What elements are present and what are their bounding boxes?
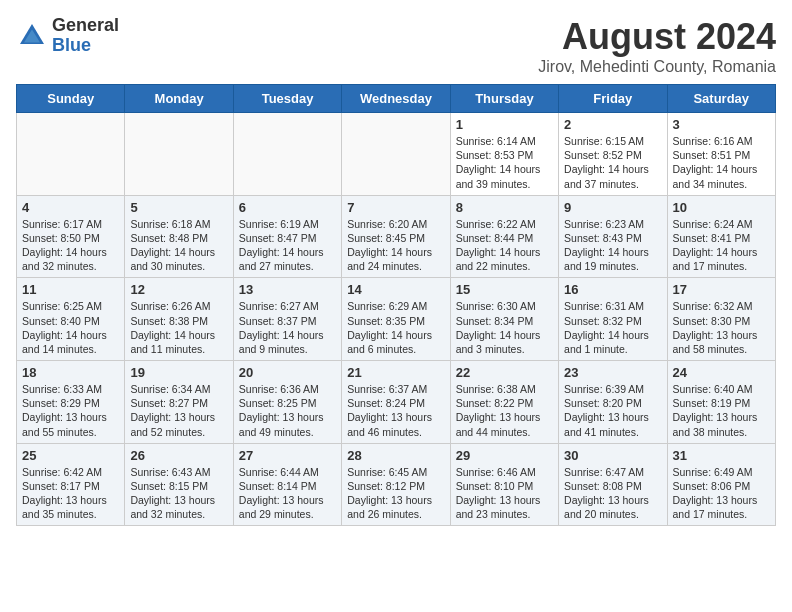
- weekday-header-thursday: Thursday: [450, 85, 558, 113]
- day-number: 17: [673, 282, 770, 297]
- calendar-cell: 23Sunrise: 6:39 AM Sunset: 8:20 PM Dayli…: [559, 361, 667, 444]
- day-info: Sunrise: 6:42 AM Sunset: 8:17 PM Dayligh…: [22, 465, 119, 522]
- day-number: 25: [22, 448, 119, 463]
- day-number: 7: [347, 200, 444, 215]
- day-info: Sunrise: 6:32 AM Sunset: 8:30 PM Dayligh…: [673, 299, 770, 356]
- day-info: Sunrise: 6:23 AM Sunset: 8:43 PM Dayligh…: [564, 217, 661, 274]
- day-number: 21: [347, 365, 444, 380]
- day-info: Sunrise: 6:39 AM Sunset: 8:20 PM Dayligh…: [564, 382, 661, 439]
- calendar-cell: 30Sunrise: 6:47 AM Sunset: 8:08 PM Dayli…: [559, 443, 667, 526]
- day-info: Sunrise: 6:46 AM Sunset: 8:10 PM Dayligh…: [456, 465, 553, 522]
- day-info: Sunrise: 6:16 AM Sunset: 8:51 PM Dayligh…: [673, 134, 770, 191]
- calendar-cell: 24Sunrise: 6:40 AM Sunset: 8:19 PM Dayli…: [667, 361, 775, 444]
- calendar-cell: [233, 113, 341, 196]
- logo-blue: Blue: [52, 36, 119, 56]
- day-number: 22: [456, 365, 553, 380]
- calendar-cell: 12Sunrise: 6:26 AM Sunset: 8:38 PM Dayli…: [125, 278, 233, 361]
- calendar-cell: 28Sunrise: 6:45 AM Sunset: 8:12 PM Dayli…: [342, 443, 450, 526]
- day-info: Sunrise: 6:30 AM Sunset: 8:34 PM Dayligh…: [456, 299, 553, 356]
- day-info: Sunrise: 6:18 AM Sunset: 8:48 PM Dayligh…: [130, 217, 227, 274]
- calendar-cell: 13Sunrise: 6:27 AM Sunset: 8:37 PM Dayli…: [233, 278, 341, 361]
- calendar-cell: 25Sunrise: 6:42 AM Sunset: 8:17 PM Dayli…: [17, 443, 125, 526]
- calendar-cell: 26Sunrise: 6:43 AM Sunset: 8:15 PM Dayli…: [125, 443, 233, 526]
- day-info: Sunrise: 6:37 AM Sunset: 8:24 PM Dayligh…: [347, 382, 444, 439]
- weekday-header-row: SundayMondayTuesdayWednesdayThursdayFrid…: [17, 85, 776, 113]
- calendar-week-row: 4Sunrise: 6:17 AM Sunset: 8:50 PM Daylig…: [17, 195, 776, 278]
- calendar-cell: 22Sunrise: 6:38 AM Sunset: 8:22 PM Dayli…: [450, 361, 558, 444]
- title-area: August 2024 Jirov, Mehedinti County, Rom…: [538, 16, 776, 76]
- calendar-cell: 2Sunrise: 6:15 AM Sunset: 8:52 PM Daylig…: [559, 113, 667, 196]
- day-number: 24: [673, 365, 770, 380]
- calendar-cell: 17Sunrise: 6:32 AM Sunset: 8:30 PM Dayli…: [667, 278, 775, 361]
- day-info: Sunrise: 6:44 AM Sunset: 8:14 PM Dayligh…: [239, 465, 336, 522]
- day-info: Sunrise: 6:20 AM Sunset: 8:45 PM Dayligh…: [347, 217, 444, 274]
- calendar-cell: 29Sunrise: 6:46 AM Sunset: 8:10 PM Dayli…: [450, 443, 558, 526]
- logo: General Blue: [16, 16, 119, 56]
- calendar-cell: 20Sunrise: 6:36 AM Sunset: 8:25 PM Dayli…: [233, 361, 341, 444]
- calendar-cell: 15Sunrise: 6:30 AM Sunset: 8:34 PM Dayli…: [450, 278, 558, 361]
- day-info: Sunrise: 6:24 AM Sunset: 8:41 PM Dayligh…: [673, 217, 770, 274]
- day-number: 3: [673, 117, 770, 132]
- day-info: Sunrise: 6:17 AM Sunset: 8:50 PM Dayligh…: [22, 217, 119, 274]
- weekday-header-saturday: Saturday: [667, 85, 775, 113]
- day-number: 20: [239, 365, 336, 380]
- day-number: 4: [22, 200, 119, 215]
- calendar-cell: 21Sunrise: 6:37 AM Sunset: 8:24 PM Dayli…: [342, 361, 450, 444]
- day-info: Sunrise: 6:29 AM Sunset: 8:35 PM Dayligh…: [347, 299, 444, 356]
- day-info: Sunrise: 6:22 AM Sunset: 8:44 PM Dayligh…: [456, 217, 553, 274]
- day-number: 30: [564, 448, 661, 463]
- weekday-header-tuesday: Tuesday: [233, 85, 341, 113]
- calendar-week-row: 18Sunrise: 6:33 AM Sunset: 8:29 PM Dayli…: [17, 361, 776, 444]
- page-title: August 2024: [538, 16, 776, 58]
- day-number: 9: [564, 200, 661, 215]
- weekday-header-sunday: Sunday: [17, 85, 125, 113]
- day-number: 13: [239, 282, 336, 297]
- weekday-header-friday: Friday: [559, 85, 667, 113]
- calendar-cell: 8Sunrise: 6:22 AM Sunset: 8:44 PM Daylig…: [450, 195, 558, 278]
- calendar-cell: 1Sunrise: 6:14 AM Sunset: 8:53 PM Daylig…: [450, 113, 558, 196]
- day-number: 12: [130, 282, 227, 297]
- day-number: 18: [22, 365, 119, 380]
- calendar-week-row: 11Sunrise: 6:25 AM Sunset: 8:40 PM Dayli…: [17, 278, 776, 361]
- calendar-week-row: 1Sunrise: 6:14 AM Sunset: 8:53 PM Daylig…: [17, 113, 776, 196]
- day-number: 11: [22, 282, 119, 297]
- day-number: 29: [456, 448, 553, 463]
- day-info: Sunrise: 6:49 AM Sunset: 8:06 PM Dayligh…: [673, 465, 770, 522]
- day-number: 10: [673, 200, 770, 215]
- calendar-cell: 19Sunrise: 6:34 AM Sunset: 8:27 PM Dayli…: [125, 361, 233, 444]
- calendar-cell: 9Sunrise: 6:23 AM Sunset: 8:43 PM Daylig…: [559, 195, 667, 278]
- day-info: Sunrise: 6:15 AM Sunset: 8:52 PM Dayligh…: [564, 134, 661, 191]
- calendar-cell: 6Sunrise: 6:19 AM Sunset: 8:47 PM Daylig…: [233, 195, 341, 278]
- day-info: Sunrise: 6:47 AM Sunset: 8:08 PM Dayligh…: [564, 465, 661, 522]
- page-subtitle: Jirov, Mehedinti County, Romania: [538, 58, 776, 76]
- day-number: 28: [347, 448, 444, 463]
- day-info: Sunrise: 6:45 AM Sunset: 8:12 PM Dayligh…: [347, 465, 444, 522]
- calendar-cell: 3Sunrise: 6:16 AM Sunset: 8:51 PM Daylig…: [667, 113, 775, 196]
- calendar-table: SundayMondayTuesdayWednesdayThursdayFrid…: [16, 84, 776, 526]
- day-info: Sunrise: 6:25 AM Sunset: 8:40 PM Dayligh…: [22, 299, 119, 356]
- day-number: 15: [456, 282, 553, 297]
- day-number: 16: [564, 282, 661, 297]
- calendar-cell: 4Sunrise: 6:17 AM Sunset: 8:50 PM Daylig…: [17, 195, 125, 278]
- calendar-cell: 11Sunrise: 6:25 AM Sunset: 8:40 PM Dayli…: [17, 278, 125, 361]
- day-number: 5: [130, 200, 227, 215]
- calendar-cell: 31Sunrise: 6:49 AM Sunset: 8:06 PM Dayli…: [667, 443, 775, 526]
- calendar-week-row: 25Sunrise: 6:42 AM Sunset: 8:17 PM Dayli…: [17, 443, 776, 526]
- day-info: Sunrise: 6:14 AM Sunset: 8:53 PM Dayligh…: [456, 134, 553, 191]
- day-info: Sunrise: 6:27 AM Sunset: 8:37 PM Dayligh…: [239, 299, 336, 356]
- day-number: 2: [564, 117, 661, 132]
- calendar-cell: [342, 113, 450, 196]
- calendar-cell: 18Sunrise: 6:33 AM Sunset: 8:29 PM Dayli…: [17, 361, 125, 444]
- weekday-header-monday: Monday: [125, 85, 233, 113]
- day-info: Sunrise: 6:38 AM Sunset: 8:22 PM Dayligh…: [456, 382, 553, 439]
- day-number: 6: [239, 200, 336, 215]
- logo-general: General: [52, 16, 119, 36]
- day-info: Sunrise: 6:19 AM Sunset: 8:47 PM Dayligh…: [239, 217, 336, 274]
- day-number: 26: [130, 448, 227, 463]
- day-number: 8: [456, 200, 553, 215]
- calendar-cell: 5Sunrise: 6:18 AM Sunset: 8:48 PM Daylig…: [125, 195, 233, 278]
- day-number: 23: [564, 365, 661, 380]
- day-info: Sunrise: 6:40 AM Sunset: 8:19 PM Dayligh…: [673, 382, 770, 439]
- weekday-header-wednesday: Wednesday: [342, 85, 450, 113]
- day-number: 14: [347, 282, 444, 297]
